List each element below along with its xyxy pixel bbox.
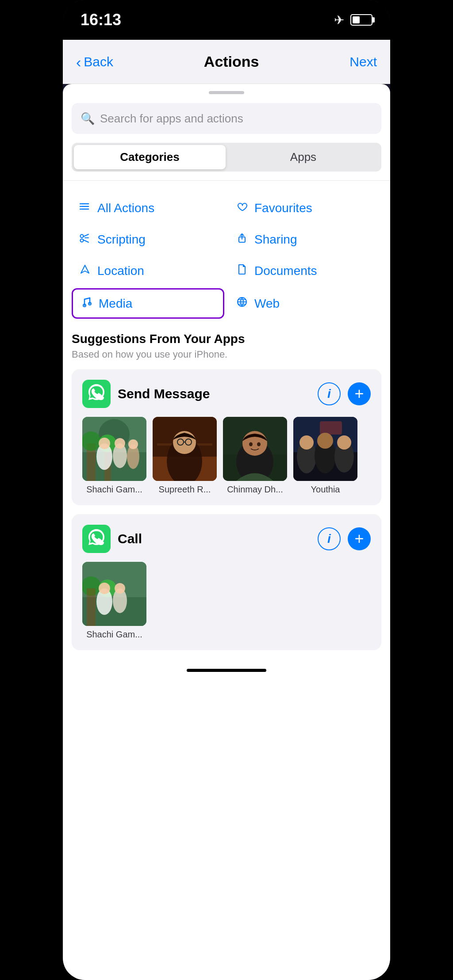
back-button[interactable]: ‹ Back (76, 54, 113, 69)
info-button-call[interactable]: i (318, 527, 341, 550)
svg-point-50 (249, 442, 253, 446)
search-input[interactable]: Search for apps and actions (100, 112, 243, 126)
contact-name-chinmay: Chinmay Dh... (223, 484, 287, 495)
location-icon (79, 263, 91, 278)
category-scripting-label: Scripting (97, 233, 146, 247)
home-indicator (63, 659, 390, 681)
svg-line-9 (83, 240, 88, 243)
whatsapp-call-icon (87, 528, 106, 550)
search-icon: 🔍 (81, 112, 95, 126)
document-icon (236, 263, 248, 278)
search-bar[interactable]: 🔍 Search for apps and actions (72, 103, 381, 134)
category-documents-label: Documents (254, 264, 317, 278)
contact-chinmay[interactable]: Chinmay Dh... (223, 417, 287, 495)
svg-marker-13 (81, 265, 89, 273)
category-location-label: Location (97, 264, 144, 278)
categories-grid: All Actions Favourites (63, 190, 390, 323)
svg-point-70 (115, 583, 125, 594)
svg-point-57 (299, 435, 314, 450)
category-location[interactable]: Location (72, 257, 224, 285)
category-all-actions-label: All Actions (97, 201, 154, 215)
drag-handle (209, 91, 244, 94)
category-web-label: Web (254, 297, 280, 311)
app-name-send-message: Send Message (118, 386, 318, 401)
category-media-label: Media (99, 297, 132, 311)
back-label: Back (84, 54, 113, 69)
list-icon (79, 200, 91, 216)
music-icon (80, 296, 92, 311)
contact-photo-chinmay (223, 417, 287, 481)
next-button[interactable]: Next (349, 54, 377, 69)
app-name-call: Call (118, 531, 318, 546)
contact-photo-shachi-2 (82, 562, 146, 626)
svg-point-31 (99, 438, 110, 449)
category-media[interactable]: Media (72, 288, 224, 319)
contact-name-shachi-2: Shachi Gam... (82, 629, 146, 640)
info-button-send-message[interactable]: i (318, 382, 341, 405)
page-title: Actions (204, 53, 259, 70)
share-icon (236, 232, 248, 247)
contact-name-shachi-1: Shachi Gam... (82, 484, 146, 495)
contact-photo-youthia (293, 417, 357, 481)
home-bar (187, 669, 266, 672)
suggestions-title: Suggestions From Your Apps (72, 332, 381, 346)
category-documents[interactable]: Documents (229, 257, 381, 285)
phone-frame: 16:13 ✈ ‹ Back Actions Next 🔍 Search for… (63, 0, 390, 980)
svg-rect-55 (320, 421, 342, 435)
add-button-call[interactable]: + (348, 527, 371, 550)
tab-categories[interactable]: Categories (74, 145, 226, 169)
web-icon (236, 296, 248, 311)
category-favourites-label: Favourites (254, 201, 312, 215)
tab-apps[interactable]: Apps (227, 145, 379, 169)
contact-shachi-2[interactable]: Shachi Gam... (82, 562, 146, 640)
category-sharing[interactable]: Sharing (229, 225, 381, 253)
chevron-left-icon: ‹ (76, 54, 81, 69)
category-favourites[interactable]: Favourites (229, 194, 381, 222)
svg-point-7 (81, 239, 84, 242)
category-all-actions[interactable]: All Actions (72, 194, 224, 222)
airplane-icon: ✈ (334, 13, 344, 27)
svg-point-6 (81, 235, 84, 238)
svg-point-59 (317, 433, 333, 449)
contact-supreeth[interactable]: Supreeth R... (153, 417, 217, 495)
contact-name-youthia: Youthia (293, 484, 357, 495)
svg-point-68 (99, 583, 110, 594)
svg-point-35 (128, 439, 138, 449)
app-card-header: Send Message i + (82, 380, 371, 408)
category-scripting[interactable]: Scripting (72, 225, 224, 253)
nav-bar: ‹ Back Actions Next (63, 40, 390, 84)
contact-shachi-1[interactable]: Shachi Gam... (82, 417, 146, 495)
add-button-send-message[interactable]: + (348, 382, 371, 405)
category-sharing-label: Sharing (254, 233, 297, 247)
whatsapp-icon (87, 383, 106, 405)
svg-point-4 (80, 206, 81, 207)
heart-icon (236, 200, 248, 216)
contacts-row-call: Shachi Gam... (82, 562, 371, 640)
contact-photo-shachi-1 (82, 417, 146, 481)
contact-youthia[interactable]: Youthia (293, 417, 357, 495)
svg-point-3 (80, 203, 81, 205)
whatsapp-app-icon (82, 380, 111, 408)
app-card-call-header: Call i + (82, 525, 371, 553)
whatsapp-app-icon-call (82, 525, 111, 553)
svg-point-61 (337, 435, 351, 450)
search-container: 🔍 Search for apps and actions (63, 103, 390, 143)
suggestions-section: Suggestions From Your Apps Based on how … (63, 332, 390, 650)
category-web[interactable]: Web (229, 288, 381, 319)
status-time: 16:13 (81, 11, 121, 29)
segmented-control: Categories Apps (72, 143, 381, 172)
app-card-send-message: Send Message i + (72, 369, 381, 505)
svg-point-27 (82, 431, 101, 451)
battery-icon (350, 14, 372, 26)
svg-line-8 (83, 234, 88, 237)
contacts-row-send-message: Shachi Gam... (82, 417, 371, 495)
main-content: 🔍 Search for apps and actions Categories… (63, 84, 390, 980)
scissors-icon (79, 232, 91, 247)
svg-line-15 (84, 298, 90, 299)
status-icons: ✈ (334, 13, 372, 27)
svg-point-5 (80, 209, 81, 210)
svg-rect-66 (87, 588, 96, 626)
divider (63, 180, 390, 181)
svg-point-33 (115, 438, 125, 449)
app-card-call: Call i + (72, 514, 381, 650)
